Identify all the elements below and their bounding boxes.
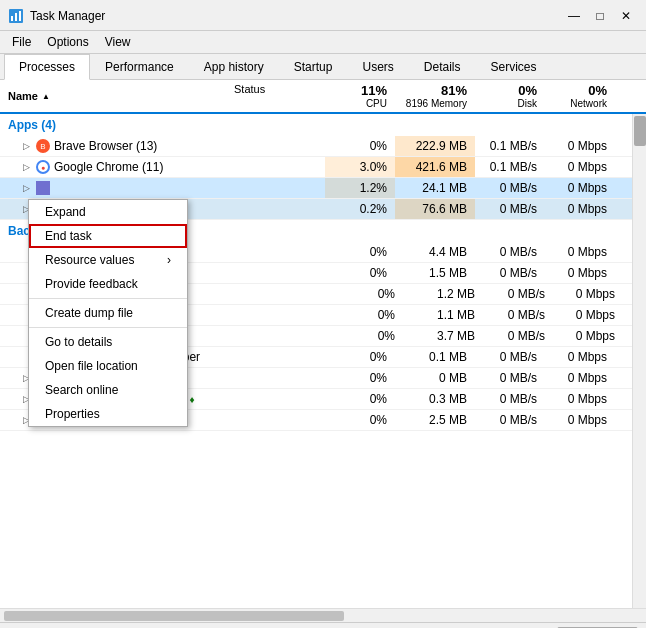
ctx-create-dump[interactable]: Create dump file <box>29 301 187 325</box>
tab-performance[interactable]: Performance <box>90 54 189 79</box>
process-status <box>230 164 325 170</box>
title-bar: Task Manager — □ ✕ <box>0 0 646 31</box>
green-dot: ♦ <box>189 394 194 405</box>
tab-users[interactable]: Users <box>347 54 408 79</box>
process-status <box>230 206 325 212</box>
section-apps: Apps (4) <box>0 114 646 136</box>
minimize-button[interactable]: — <box>562 6 586 26</box>
ctx-separator2 <box>29 327 187 328</box>
process-status <box>230 143 325 149</box>
bottom-bar: ▲ Fewer details End task <box>0 622 646 628</box>
process-name: ▷ B Brave Browser (13) <box>0 136 230 156</box>
context-menu: Expand End task Resource values › Provid… <box>28 199 188 427</box>
scroll-thumb <box>4 611 344 621</box>
process-table: Apps (4) ▷ B Brave Browser (13) 0% 222.9… <box>0 114 646 608</box>
expand-icon[interactable]: ▷ <box>20 140 32 152</box>
process-disk: 0 MB/s <box>475 199 545 219</box>
ctx-end-task[interactable]: End task <box>29 224 187 248</box>
process-network: 0 Mbps <box>545 199 615 219</box>
ctx-go-to-details[interactable]: Go to details <box>29 330 187 354</box>
process-memory: 76.6 MB <box>395 199 475 219</box>
menu-bar: File Options View <box>0 31 646 54</box>
scrollbar-horizontal[interactable] <box>0 608 646 622</box>
brave-icon: B <box>36 139 50 153</box>
process-status <box>230 185 325 191</box>
process-icon <box>36 181 50 195</box>
menu-file[interactable]: File <box>4 33 39 51</box>
scrollbar-vertical[interactable] <box>632 114 646 608</box>
col-header-status[interactable]: Status <box>230 80 325 112</box>
col-header-disk[interactable]: 0% Disk <box>475 80 545 112</box>
process-disk: 0.1 MB/s <box>475 157 545 177</box>
svg-rect-3 <box>19 11 21 21</box>
menu-view[interactable]: View <box>97 33 139 51</box>
svg-rect-2 <box>15 13 17 21</box>
process-memory: 222.9 MB <box>395 136 475 156</box>
column-headers: Name ▲ Status 11% CPU 81% 8196 Memory 0%… <box>0 80 646 114</box>
table-row[interactable]: ▷ 1.2% 24.1 MB 0 MB/s 0 Mbps <box>0 178 646 199</box>
process-disk: 0 MB/s <box>475 178 545 198</box>
process-cpu: 0.2% <box>325 199 395 219</box>
ctx-expand[interactable]: Expand <box>29 200 187 224</box>
process-cpu: 3.0% <box>325 157 395 177</box>
process-network: 0 Mbps <box>545 178 615 198</box>
expand-icon[interactable]: ▷ <box>20 182 32 194</box>
process-network: 0 Mbps <box>545 157 615 177</box>
menu-options[interactable]: Options <box>39 33 96 51</box>
tabs: Processes Performance App history Startu… <box>0 54 646 80</box>
process-name: ▷ <box>0 178 230 198</box>
table-row[interactable]: ▷ B Brave Browser (13) 0% 222.9 MB 0.1 M… <box>0 136 646 157</box>
chrome-icon: ● <box>36 160 50 174</box>
col-header-name[interactable]: Name ▲ <box>0 80 230 112</box>
ctx-separator <box>29 298 187 299</box>
table-row[interactable]: ▷ ● Google Chrome (11) 3.0% 421.6 MB 0.1… <box>0 157 646 178</box>
col-header-network[interactable]: 0% Network <box>545 80 615 112</box>
ctx-properties[interactable]: Properties <box>29 402 187 426</box>
col-header-memory[interactable]: 81% 8196 Memory <box>395 80 475 112</box>
ctx-resource-values[interactable]: Resource values › <box>29 248 187 272</box>
maximize-button[interactable]: □ <box>588 6 612 26</box>
title-bar-title: Task Manager <box>30 9 105 23</box>
svg-rect-1 <box>11 16 13 21</box>
tab-app-history[interactable]: App history <box>189 54 279 79</box>
process-name: ▷ ● Google Chrome (11) <box>0 157 230 177</box>
tab-services[interactable]: Services <box>476 54 552 79</box>
main-content: Name ▲ Status 11% CPU 81% 8196 Memory 0%… <box>0 80 646 622</box>
window-controls: — □ ✕ <box>562 6 638 26</box>
col-header-cpu[interactable]: 11% CPU <box>325 80 395 112</box>
process-network: 0 Mbps <box>545 136 615 156</box>
process-cpu: 0% <box>325 136 395 156</box>
expand-icon[interactable]: ▷ <box>20 161 32 173</box>
ctx-provide-feedback[interactable]: Provide feedback <box>29 272 187 296</box>
close-button[interactable]: ✕ <box>614 6 638 26</box>
tab-startup[interactable]: Startup <box>279 54 348 79</box>
process-disk: 0.1 MB/s <box>475 136 545 156</box>
process-cpu: 1.2% <box>325 178 395 198</box>
process-memory: 24.1 MB <box>395 178 475 198</box>
taskmanager-icon <box>8 8 24 24</box>
ctx-open-file[interactable]: Open file location <box>29 354 187 378</box>
process-memory: 421.6 MB <box>395 157 475 177</box>
tab-processes[interactable]: Processes <box>4 54 90 80</box>
ctx-search-online[interactable]: Search online <box>29 378 187 402</box>
sort-arrow: ▲ <box>42 92 50 101</box>
tab-details[interactable]: Details <box>409 54 476 79</box>
